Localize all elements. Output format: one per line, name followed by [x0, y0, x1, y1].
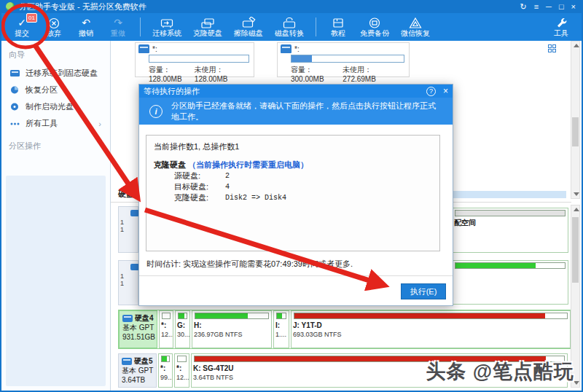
migrate-os-icon: [10, 69, 20, 77]
sidebar: 向导 迁移系统到固态硬盘 恢复分区 制作启动光盘 所有工具 › 分区操作: [1, 41, 111, 391]
partition-block[interactable]: *: 12...: [159, 310, 173, 348]
migrate-disk-icon: [160, 17, 174, 29]
partition-block[interactable]: I: 1....: [273, 310, 289, 348]
sidebar-item-recover-partition[interactable]: 恢复分区: [1, 82, 110, 98]
operation-title: 克隆硬盘: [154, 160, 186, 169]
app-window: 分区助手专业版 - 无损分区免费软件 ↻ ≡ ─ □ × 01 ✓ 提交 放弃 …: [0, 0, 583, 392]
view-toggle-icon[interactable]: [548, 44, 557, 53]
undo-icon: ↶: [82, 17, 90, 29]
field-target-disk: 目标硬盘: 4: [174, 181, 432, 192]
partition-block[interactable]: H: 236.97GB NTFS: [192, 310, 272, 348]
unused-label: 未使用：128.00MB: [195, 65, 246, 83]
bottom-panel-scrollbar[interactable]: [571, 205, 580, 388]
disk-group-label: 硬盘: [118, 189, 134, 200]
tutorial-button[interactable]: 教程: [322, 14, 354, 40]
recover-partition-icon: [10, 86, 20, 94]
free-backup-button[interactable]: 免费备份: [354, 14, 395, 40]
sidebar-item-all-tools[interactable]: 所有工具 ›: [1, 115, 110, 132]
partition-block[interactable]: G: 30...: [175, 310, 190, 348]
usage-bar: [149, 55, 249, 63]
operation-note: （当前操作执行时需要重启电脑）: [188, 160, 308, 169]
time-estimate: 时间估计: 实现这些操作可能需要花07:49:39时间或者更多.: [146, 259, 353, 270]
wechat-recovery-button[interactable]: 微信恢复: [395, 14, 436, 40]
partition-card[interactable]: *: 容量：128.00MB 未使用：128.00MB: [135, 42, 254, 77]
help-icon[interactable]: ?: [426, 87, 436, 96]
undo-button[interactable]: ↶ 撤销: [70, 14, 102, 40]
execute-button[interactable]: 执行(E): [401, 283, 446, 299]
discard-button[interactable]: 放弃: [38, 14, 70, 40]
info-icon: i: [149, 105, 163, 118]
partition-card[interactable]: *: 容量：300.00MB 未使用：272.69MB: [277, 42, 410, 77]
partition-block[interactable]: J: Y1T-D 693.03GB NTFS: [291, 310, 571, 348]
check-icon: ✓: [17, 17, 26, 29]
partition-block[interactable]: *: 99...: [158, 353, 173, 388]
pending-count-badge: 01: [26, 13, 37, 23]
disk-row-4[interactable]: 硬盘4 基本 GPT 931.51GB *: 12... G: 30... H:…: [118, 310, 574, 349]
clone-disk-icon: [200, 17, 215, 29]
dialog-separator: [139, 275, 453, 276]
disk-label[interactable]: 硬盘5 基本 GPT 3.64TB: [118, 353, 157, 388]
wechat-recovery-icon: [409, 17, 422, 29]
wipe-disk-button[interactable]: 擦除磁盘: [228, 14, 269, 40]
all-tools-icon: [10, 119, 20, 128]
convert-disk-icon: [282, 17, 297, 29]
tutorial-icon: [332, 17, 345, 29]
tools-button[interactable]: 工具: [545, 14, 577, 40]
capacity-label: 容量：128.00MB: [149, 65, 195, 83]
disk-icon: [122, 358, 132, 365]
dialog-info-banner: i 分区助手已经准备就绪，请确认下面的操作，然后点击执行按钮让程序正式地工作。: [139, 98, 453, 125]
operations-list: 当前操作数1, 总操作数1 克隆硬盘 （当前操作执行时需要重启电脑） 源硬盘: …: [146, 135, 440, 251]
top-panel-scrollbar[interactable]: [571, 41, 580, 199]
ops-summary: 当前操作数1, 总操作数1: [154, 141, 432, 152]
partition-block[interactable]: *: 12...: [174, 353, 189, 388]
pending-operations-dialog: 等待执行的操作 ? × i 分区助手已经准备就绪，请确认下面的操作，然后点击执行…: [138, 84, 453, 306]
partition-ops-header: 分区操作: [1, 132, 110, 156]
title-bar: 分区助手专业版 - 无损分区免费软件 ↻ ≡ ─ □ ×: [1, 0, 582, 13]
wizard-section-header: 向导: [1, 41, 110, 65]
maximize-icon[interactable]: □: [559, 1, 564, 12]
dialog-info-text: 分区助手已经准备就绪，请确认下面的操作，然后点击执行按钮让程序正式地工作。: [171, 101, 442, 122]
wrench-icon: [555, 17, 568, 29]
redo-button: ↷ 重做: [102, 14, 134, 40]
sidebar-item-migrate-os[interactable]: 迁移系统到固态硬盘: [1, 65, 110, 82]
disk-icon: [122, 315, 133, 322]
hidden-disk-row-fragment: 1 1: [118, 206, 138, 253]
clone-disk-button[interactable]: 克隆硬盘: [187, 14, 228, 40]
toolbar: 01 ✓ 提交 放弃 ↶ 撤销 ↷ 重做 迁移系统: [1, 13, 582, 41]
dialog-title: 等待执行的操作: [144, 86, 426, 97]
field-clone-disk: 克隆硬盘: Disk2 => Disk4: [174, 192, 432, 203]
unused-label: 未使用：272.69MB: [343, 65, 402, 83]
refresh-icon[interactable]: ↻: [520, 1, 526, 12]
partition-icon: [138, 44, 149, 53]
hidden-disk-row-fragment: 1 1: [118, 260, 138, 305]
window-title: 分区助手专业版 - 无损分区免费软件: [19, 1, 520, 12]
dialog-title-bar: 等待执行的操作 ? ×: [139, 85, 453, 98]
menu-icon[interactable]: ≡: [534, 1, 539, 12]
backup-icon: [368, 17, 381, 29]
convert-disk-button[interactable]: 磁盘转换: [269, 14, 310, 40]
disk-row-5[interactable]: 硬盘5 基本 GPT 3.64TB *: 99... *: 12... K: S…: [118, 353, 574, 388]
sidebar-item-make-bootable-media[interactable]: 制作启动光盘: [1, 98, 110, 115]
minimize-icon[interactable]: ─: [546, 1, 552, 12]
partition-fragment[interactable]: [452, 260, 568, 305]
redo-icon: ↷: [114, 17, 122, 29]
toolbar-separator: [140, 17, 141, 36]
toolbar-separator: [316, 17, 316, 36]
chevron-right-icon: ›: [98, 119, 101, 128]
dialog-close-icon[interactable]: ×: [443, 86, 448, 96]
capacity-label: 容量：300.00MB: [291, 65, 343, 83]
wipe-disk-icon: [241, 17, 256, 29]
partition-block[interactable]: K: SG-4T2U 3.64TB NTFS: [191, 353, 568, 388]
cancel-circle-icon: [48, 17, 60, 29]
app-logo-icon: [6, 2, 15, 11]
migrate-os-button[interactable]: 迁移系统: [146, 14, 187, 40]
disk-label[interactable]: 硬盘4 基本 GPT 931.51GB: [119, 310, 157, 348]
close-icon[interactable]: ×: [571, 1, 576, 12]
usage-bar: [291, 55, 404, 63]
submit-button[interactable]: 01 ✓ 提交: [6, 14, 38, 40]
bootable-media-icon: [10, 103, 20, 111]
unallocated-partition-fragment[interactable]: 配空间: [452, 208, 568, 253]
partition-ops-panel: [6, 176, 106, 386]
partition-icon: [281, 44, 292, 53]
field-source-disk: 源硬盘: 2: [174, 170, 432, 181]
